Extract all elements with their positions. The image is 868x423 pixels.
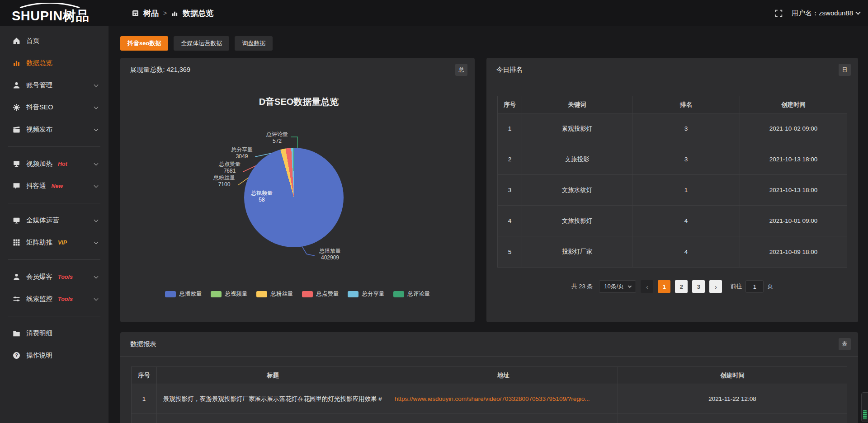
page-button-1[interactable]: 1 [658,280,670,293]
page-button-2[interactable]: 2 [675,280,688,293]
chevron-down-icon [94,296,99,301]
overview-panel: 展现量总数: 421,369 总 D音SEO数据量总览 总评论量572 总分享量… [120,58,475,322]
table-row[interactable]: 3 文旅水纹灯 1 2021-10-13 18:00 [498,175,847,206]
table-row[interactable]: 1 景观投影灯，夜游景观投影灯厂家展示展示落花灯在花园里的灯光投影应用效果 # … [132,384,847,414]
person-icon [13,273,20,281]
goto-page-input[interactable] [745,280,764,293]
breadcrumb-separator: > [163,9,167,17]
monitor-play-icon [13,160,20,168]
home-icon [13,37,20,45]
data-tabs: 抖音seo数据 全媒体运营数据 询盘数据 [120,36,273,51]
pie-label-plays: 总播放量402909 [310,248,350,261]
sidebar-item-label: 矩阵助推 [26,238,52,247]
legend-swatch [211,291,222,297]
sidebar-item-consumption-detail[interactable]: 消费明细 [0,322,108,344]
pagination: 共 23 条 10条/页 ‹ 1 2 3 › 前往 页 [486,280,858,293]
sidebar-item-member-baoke[interactable]: 会员爆客 Tools [0,266,108,288]
goto-unit: 页 [767,282,773,291]
sidebar-item-instructions[interactable]: ? 操作说明 [0,344,108,367]
legend-item-comments[interactable]: 总评论量 [393,290,430,298]
page-size-select[interactable]: 10条/页 [599,280,636,293]
sidebar-item-matrix-boost[interactable]: 矩阵助推 VIP [0,231,108,254]
grid-icon [13,239,20,246]
col-no: 序号 [132,367,157,384]
ranking-table: 序号 关键词 排名 创建时间 1 景观投影灯 3 2021-10-02 09:0… [497,96,847,268]
user-menu[interactable]: 用户名：zswodun88 [792,9,860,18]
chevron-down-icon [94,105,99,109]
sidebar-item-media-operation[interactable]: 全媒体运营 [0,209,108,231]
sidebar-item-video-publish[interactable]: 视频发布 [0,118,108,141]
legend-item-likes[interactable]: 总点赞量 [302,290,339,298]
impressions-total: 展现量总数: 421,369 [130,66,190,74]
pie-label-likes: 总点赞量7681 [209,161,250,174]
top-header: SHUPIN树品 树品 > 数据总览 用户名：zswodun88 [0,0,868,26]
sidebar-item-douketong[interactable]: 抖客通 New [0,175,108,197]
ranking-table-header: 序号 关键词 排名 创建时间 [498,96,847,113]
report-panel: 数据报表 表 序号 标题 地址 创建时间 1 景观投影灯，夜游景观投影灯厂家展示… [120,332,858,423]
overview-panel-header: 展现量总数: 421,369 总 [120,58,475,82]
legend-swatch [302,291,313,297]
fullscreen-icon[interactable] [775,9,783,17]
video-url-link[interactable]: https://www.iesdouyin.com/share/video/70… [389,384,618,414]
pie-label-fans: 总粉丝量7100 [204,174,245,188]
table-badge[interactable]: 表 [839,338,851,350]
total-badge[interactable]: 总 [455,64,467,76]
hot-badge: Hot [58,161,67,167]
sidebar-item-account[interactable]: 账号管理 [0,74,108,96]
table-row[interactable]: 2 文旅投影 3 2021-10-13 18:00 [498,144,847,175]
app-logo[interactable]: SHUPIN树品 [12,3,107,24]
sidebar-item-douyin-seo[interactable]: 抖音SEO [0,96,108,118]
sidebar-item-data-overview[interactable]: 数据总览 [0,52,108,74]
question-icon: ? [13,352,20,359]
page-button-3[interactable]: 3 [692,280,705,293]
chevron-down-icon [94,218,99,222]
table-row[interactable]: 1 景观投影灯 3 2021-10-02 09:00 [498,113,847,144]
col-no: 序号 [498,96,522,113]
ranking-panel: 今日排名 日 序号 关键词 排名 创建时间 1 景观投影灯 3 2021-10-… [486,58,858,322]
prev-page-button[interactable]: ‹ [641,280,653,293]
chevron-down-icon [855,9,860,14]
legend-item-plays[interactable]: 总播放量 [165,290,202,298]
legend-item-fans[interactable]: 总粉丝量 [256,290,293,298]
pagination-goto: 前往 页 [730,280,773,293]
breadcrumb: 树品 > 数据总览 [132,0,213,26]
widget-green-indicator [863,410,867,419]
floating-widget[interactable] [861,392,868,422]
logo-text: SHUPIN树品 [12,7,90,25]
report-title: 数据报表 [130,340,156,348]
chevron-down-icon [94,83,99,87]
table-row[interactable]: 4 文旅投影灯 4 2021-10-01 09:00 [498,206,847,236]
pie-legend: 总播放量 总视频量 总粉丝量 总点赞量 总分享量 总评论量 [120,290,475,298]
legend-item-shares[interactable]: 总分享量 [348,290,385,298]
bar-chart-icon [13,59,20,67]
breadcrumb-root[interactable]: 树品 [143,8,159,19]
sidebar-item-home[interactable]: 首页 [0,30,108,52]
legend-item-videos[interactable]: 总视频量 [211,290,248,298]
breadcrumb-chart-icon [171,10,178,17]
sidebar-item-label: 消费明细 [26,329,52,338]
tab-inquiry[interactable]: 询盘数据 [235,36,273,51]
breadcrumb-current: 数据总览 [183,8,213,19]
created-time: 2021-11-22 12:08 [618,384,847,414]
chevron-down-icon [94,240,99,244]
sidebar-divider [8,259,100,260]
tab-douyin-seo[interactable]: 抖音seo数据 [120,36,168,51]
legend-swatch [393,291,404,297]
chevron-down-icon [94,274,99,279]
col-keyword: 关键词 [522,96,632,113]
chat-icon [13,182,20,190]
monitor-icon [13,216,20,224]
topbar-right: 用户名：zswodun88 [775,0,860,26]
next-page-button[interactable]: › [709,280,722,293]
day-badge[interactable]: 日 [839,64,851,76]
tab-media-operation[interactable]: 全媒体运营数据 [174,36,229,51]
gear-icon [13,103,20,111]
report-table-header: 序号 标题 地址 创建时间 [132,367,847,384]
sidebar-nav: 首页 数据总览 账号管理 抖音SEO 视频发布 视频加热 Hot [0,26,108,423]
sidebar-item-clue-monitor[interactable]: 线索监控 Tools [0,288,108,310]
col-created: 创建时间 [740,96,847,113]
sidebar-item-video-heat[interactable]: 视频加热 Hot [0,153,108,175]
table-row-partial [132,414,847,423]
table-row[interactable]: 5 投影灯厂家 4 2021-10-09 18:00 [498,236,847,267]
user-icon [13,81,20,89]
